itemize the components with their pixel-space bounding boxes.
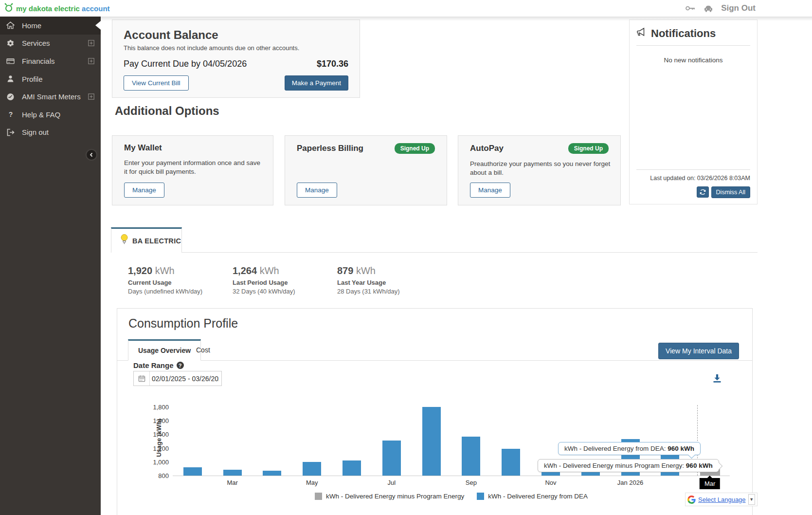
language-dropdown-button[interactable]: ▼ [748, 494, 755, 505]
bar-jun-2025[interactable] [343, 460, 361, 476]
expand-plus-icon[interactable] [88, 58, 94, 64]
date-range-help-icon[interactable]: ? [177, 362, 184, 369]
legend-swatch [477, 493, 484, 500]
stat-detail: 28 Days (31 kWh/day) [337, 288, 442, 295]
chart-tooltip-from-dea: kWh - Delivered Energy from DEA: 960 kWh [558, 442, 701, 455]
stat-detail: 32 Days (40 kWh/day) [233, 288, 337, 295]
option-card-description: Enter your payment information once and … [124, 159, 265, 176]
sidebar-collapse-button[interactable] [86, 149, 97, 161]
logo-text-secondary: account [82, 4, 110, 13]
account-balance-note: This balance does not include amounts du… [124, 44, 348, 52]
account-balance-title: Account Balance [124, 28, 348, 42]
x-label: Mar [227, 479, 237, 486]
download-chart-icon[interactable] [712, 373, 722, 385]
option-card-description: Preauthorize your payments so you never … [470, 160, 611, 177]
app-logo[interactable]: my dakota electric account [0, 2, 110, 14]
due-date-label: Pay Current Due by 04/05/2026 [124, 59, 247, 69]
sidebar-item-services[interactable]: Services [0, 35, 101, 53]
legend-label: kWh - Delivered Energy minus Program Ene… [326, 493, 464, 500]
tab-cost[interactable]: Cost [186, 339, 220, 361]
x-label: May [306, 479, 318, 486]
chart-plot-area: kWh - Delivered Energy from DEA: 960 kWh… [173, 399, 730, 476]
bar-aug-2025[interactable] [422, 407, 441, 476]
usage-stat: 1,264 kWhLast Period Usage32 Days (40 kW… [233, 265, 337, 295]
car-icon[interactable] [704, 4, 713, 13]
x-label: Jan 2026 [617, 479, 644, 486]
meter-section-divider [111, 252, 758, 253]
usage-stat: 1,920 kWhCurrent UsageDays (undefined kW… [128, 265, 233, 295]
gauge-icon [6, 93, 15, 101]
bar-feb-2025[interactable] [183, 467, 202, 476]
x-label-highlighted: Mar [700, 478, 720, 489]
legend-item[interactable]: kWh - Delivered Energy minus Program Ene… [315, 493, 464, 500]
consumption-profile-title: Consumption Profile [128, 316, 238, 331]
make-a-payment-button[interactable]: Make a Payment [285, 75, 348, 91]
sidebar-item-help-faq[interactable]: ?Help & FAQ [0, 106, 101, 124]
x-label: Sep [466, 479, 477, 486]
notifications-title: Notifications [651, 27, 716, 40]
sidebar-item-sign-out[interactable]: Sign out [0, 124, 101, 142]
notifications-panel: Notifications No new notifications Last … [629, 19, 758, 204]
ba-electric-tab-label: BA ELECTRIC [132, 237, 181, 245]
x-label: Nov [545, 479, 556, 486]
bar-apr-2025[interactable] [263, 471, 281, 476]
legend-swatch [315, 493, 322, 500]
stat-value: 1,920 kWh [128, 265, 233, 276]
sidebar-item-label: Sign out [22, 128, 49, 136]
megaphone-icon [636, 27, 648, 40]
bar-jul-2025[interactable] [382, 441, 401, 476]
lightbulb-icon [120, 234, 128, 248]
account-balance-card: Account Balance This balance does not in… [112, 19, 360, 98]
stat-label: Last Year Usage [337, 279, 442, 286]
y-tick-label: 1,600 [153, 417, 169, 424]
bar-sep-2025[interactable] [462, 437, 480, 476]
x-label: Jul [388, 479, 396, 486]
sidebar-item-home[interactable]: Home [0, 17, 101, 35]
y-tick-label: 1,800 [153, 404, 169, 411]
option-card-paperless-billing: Paperless BillingSigned UpManage [285, 135, 447, 205]
manage-button[interactable]: Manage [297, 183, 337, 198]
sidebar-item-financials[interactable]: Financials [0, 52, 101, 70]
chart-y-axis-ticks: 8001,0001,2001,4001,6001,800 [139, 399, 169, 476]
manage-button[interactable]: Manage [124, 183, 164, 198]
usage-stat: 879 kWhLast Year Usage28 Days (31 kWh/da… [337, 265, 442, 295]
card-icon [6, 57, 15, 65]
home-icon [6, 21, 15, 29]
select-language-link[interactable]: Select Language [698, 496, 746, 503]
date-range-input[interactable] [150, 375, 221, 383]
sidebar-item-label: Profile [22, 75, 43, 83]
logo-text-primary: my dakota electric [16, 4, 80, 13]
y-tick-label: 1,400 [153, 431, 169, 438]
bar-mar-2025[interactable] [223, 470, 242, 476]
person-icon [6, 75, 15, 83]
dismiss-all-button[interactable]: Dismiss All [711, 186, 750, 198]
sidebar-item-label: AMI Smart Meters [22, 92, 81, 101]
legend-item[interactable]: kWh - Delivered Energy from DEA [477, 493, 588, 500]
usage-chart: Usage (kWh) 8001,0001,2001,4001,6001,800… [139, 385, 742, 515]
bar-oct-2025[interactable] [502, 449, 520, 476]
sidebar-item-profile[interactable]: Profile [0, 70, 101, 88]
sidebar-item-label: Financials [22, 57, 55, 65]
option-card-title: My Wallet [124, 143, 162, 153]
expand-plus-icon[interactable] [88, 93, 94, 100]
date-range-input-group[interactable] [133, 371, 222, 386]
signed-up-badge: Signed Up [395, 143, 435, 154]
signed-up-badge: Signed Up [568, 143, 609, 154]
manage-button[interactable]: Manage [470, 183, 510, 198]
view-interval-data-button[interactable]: View My Interval Data [658, 343, 739, 359]
refresh-notifications-button[interactable] [697, 186, 709, 198]
key-icon[interactable] [685, 4, 696, 12]
stat-label: Current Usage [128, 279, 233, 286]
stat-detail: Days (undefined kWh/day) [128, 288, 233, 295]
gears-icon [6, 39, 15, 47]
expand-plus-icon[interactable] [88, 40, 94, 46]
sidebar-item-ami-smart-meters[interactable]: AMI Smart Meters [0, 88, 101, 106]
view-current-bill-button[interactable]: View Current Bill [124, 75, 189, 91]
y-tick-label: 800 [158, 472, 169, 479]
svg-text:?: ? [8, 110, 13, 118]
tab-ba-electric[interactable]: BA ELECTRIC [111, 227, 182, 253]
sign-out-link[interactable]: Sign Out [721, 3, 756, 13]
bar-may-2025[interactable] [303, 462, 321, 476]
calendar-icon[interactable] [134, 371, 150, 386]
chart-x-axis-labels: MarMayJulSepNovJan 2026Mar [173, 479, 730, 489]
